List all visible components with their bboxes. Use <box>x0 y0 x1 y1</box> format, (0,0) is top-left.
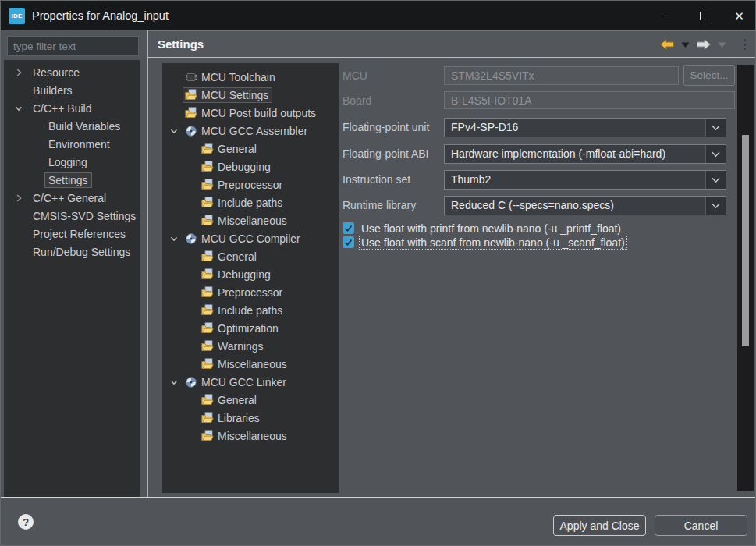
sidebar-item-c-c-build[interactable]: C/C++ Build <box>4 99 140 117</box>
scrollbar-thumb[interactable] <box>742 135 749 346</box>
settings-tree-item-mcu-gcc-compiler[interactable]: MCU GCC Compiler <box>162 229 339 247</box>
tree-item-label: Miscellaneous <box>218 358 287 370</box>
chevron-down-icon <box>705 119 726 136</box>
sidebar-item-label: CMSIS-SVD Settings <box>29 208 140 224</box>
properties-category-tree: ResourceBuildersC/C++ BuildBuild Variabl… <box>4 60 140 497</box>
vertical-scrollbar[interactable] <box>737 65 754 491</box>
sidebar-item-settings[interactable]: Settings <box>4 171 140 189</box>
close-button[interactable]: ✕ <box>722 1 756 30</box>
apply-and-close-button[interactable]: Apply and Close <box>553 515 646 536</box>
runtime-library-row: Runtime libraryReduced C (--specs=nano.s… <box>340 196 738 217</box>
sidebar-item-run-debug-settings[interactable]: Run/Debug Settings <box>4 243 140 261</box>
sidebar-item-resource[interactable]: Resource <box>4 63 140 81</box>
settings-tree-item-general[interactable]: General <box>162 391 339 409</box>
settings-tree-item-warnings[interactable]: Warnings <box>162 337 339 355</box>
back-button[interactable] <box>658 37 676 52</box>
floating-point-unit-select[interactable]: FPv4-SP-D16 <box>444 118 726 137</box>
sidebar-item-builders[interactable]: Builders <box>4 81 140 99</box>
help-button[interactable]: ? <box>18 514 34 530</box>
folder-icon <box>201 197 215 209</box>
settings-tree-item-general[interactable]: General <box>162 247 339 265</box>
filter-input[interactable] <box>7 36 139 56</box>
tree-node: Preprocessor <box>199 285 286 300</box>
sidebar-item-build-variables[interactable]: Build Variables <box>4 117 140 135</box>
app-icon: IDE <box>9 8 25 24</box>
sidebar-item-label: Logging <box>44 154 91 170</box>
checkbox-checked-icon[interactable] <box>343 236 354 248</box>
settings-tree-item-preprocessor[interactable]: Preprocessor <box>162 283 339 301</box>
board-field: B-L4S5I-IOT01A <box>444 91 735 109</box>
view-menu-button[interactable] <box>740 37 749 51</box>
instruction-set-select[interactable]: Thumb2 <box>444 170 726 190</box>
sidebar-item-project-references[interactable]: Project References <box>4 225 140 243</box>
floating-point-abi-row: Floating-point ABIHardware implementatio… <box>340 144 738 165</box>
maximize-icon <box>700 12 708 20</box>
tree-node: MCU Toolchain <box>183 69 279 85</box>
runtime-library-select[interactable]: Reduced C (--specs=nano.specs) <box>444 196 726 215</box>
sidebar-item-environment[interactable]: Environment <box>4 135 140 153</box>
tree-indent <box>169 71 183 83</box>
sidebar-item-label: Project References <box>29 226 130 242</box>
settings-tree-item-miscellaneous[interactable]: Miscellaneous <box>162 427 339 445</box>
settings-tree-item-mcu-post-build-outputs[interactable]: MCU Post build outputs <box>162 104 339 122</box>
chevron-down-icon <box>169 232 183 245</box>
settings-content: MCU ToolchainMCU SettingsMCU Post build … <box>148 58 756 498</box>
tree-item-label: Preprocessor <box>218 179 282 191</box>
settings-tree-item-include-paths[interactable]: Include paths <box>162 301 339 319</box>
chip-icon <box>185 71 199 83</box>
chevron-right-icon <box>13 192 29 204</box>
settings-tree-item-debugging[interactable]: Debugging <box>162 265 339 283</box>
tree-indent <box>13 246 29 258</box>
settings-tree-item-include-paths[interactable]: Include paths <box>162 193 339 211</box>
settings-tree-item-mcu-toolchain[interactable]: MCU Toolchain <box>162 68 339 86</box>
tree-node: MCU GCC Assembler <box>183 123 311 139</box>
checkbox-label[interactable]: Use float with printf from newlib-nano (… <box>360 222 623 235</box>
floating-point-unit-label: Floating-point unit <box>343 118 442 137</box>
chevron-down-icon <box>705 171 726 189</box>
settings-tree-item-optimization[interactable]: Optimization <box>162 319 339 337</box>
tree-indent <box>13 174 29 186</box>
floating-point-abi-select[interactable]: Hardware implementation (-mfloat-abi=har… <box>444 144 726 164</box>
settings-tree-item-mcu-gcc-assembler[interactable]: MCU GCC Assembler <box>162 122 339 140</box>
tree-indent <box>169 197 183 209</box>
forward-history-dropdown[interactable] <box>716 40 728 50</box>
tree-item-label: Debugging <box>218 161 271 173</box>
settings-tree-item-miscellaneous[interactable]: Miscellaneous <box>162 355 339 373</box>
folder-icon <box>185 107 199 119</box>
tree-node: Preprocessor <box>199 177 286 193</box>
forward-button[interactable] <box>694 37 713 52</box>
tree-indent <box>169 322 183 335</box>
settings-tree-item-general[interactable]: General <box>162 140 339 158</box>
chevron-down-icon <box>718 41 726 48</box>
settings-tree-item-debugging[interactable]: Debugging <box>162 158 339 176</box>
tree-node: Include paths <box>199 303 286 318</box>
tree-indent <box>13 120 29 133</box>
minimize-button[interactable] <box>651 1 687 30</box>
settings-tree-item-preprocessor[interactable]: Preprocessor <box>162 176 339 193</box>
help-icon: ? <box>23 516 29 528</box>
tree-node: Miscellaneous <box>199 428 291 444</box>
settings-tree-item-libraries[interactable]: Libraries <box>162 409 339 427</box>
chevron-right-icon <box>13 66 29 79</box>
maximize-button[interactable] <box>687 1 722 30</box>
folder-icon <box>201 286 215 299</box>
back-history-dropdown[interactable] <box>680 40 691 50</box>
checkbox-label[interactable]: Use float with scanf from newlib-nano (-… <box>360 236 626 249</box>
settings-tree-item-mcu-settings[interactable]: MCU Settings <box>162 86 339 104</box>
checkbox-checked-icon[interactable] <box>343 222 354 234</box>
tree-indent <box>169 304 183 317</box>
sidebar-item-c-c-general[interactable]: C/C++ General <box>4 189 140 207</box>
tree-item-label: Warnings <box>218 340 264 353</box>
selected-value: Reduced C (--specs=nano.specs) <box>451 197 702 214</box>
sidebar-item-logging[interactable]: Logging <box>4 153 140 171</box>
settings-tree-item-mcu-gcc-linker[interactable]: MCU GCC Linker <box>162 373 339 391</box>
sidebar-item-cmsis-svd-settings[interactable]: CMSIS-SVD Settings <box>4 207 140 225</box>
cancel-button[interactable]: Cancel <box>655 515 747 536</box>
settings-tree-item-miscellaneous[interactable]: Miscellaneous <box>162 211 339 229</box>
tree-node: General <box>199 141 261 157</box>
tree-indent <box>169 394 183 406</box>
tree-node: Debugging <box>199 267 275 282</box>
folder-icon <box>201 143 215 155</box>
sidebar-item-label: Builders <box>29 83 76 98</box>
tool-settings-options: MCU STM32L4S5VITx Select... Board B-L4S5… <box>340 58 738 495</box>
